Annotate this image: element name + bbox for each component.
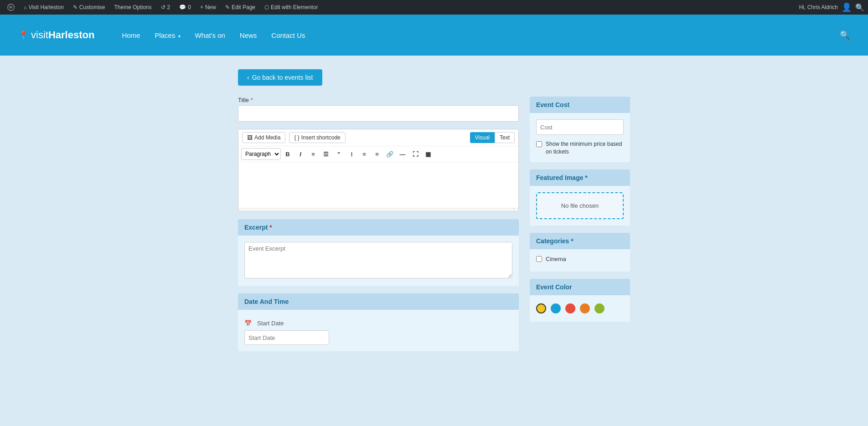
color-dot-green[interactable] <box>594 303 604 313</box>
customise-button[interactable]: ✎ Customise <box>69 0 109 15</box>
search-icon-header[interactable]: 🔍 <box>840 30 850 40</box>
category-cinema-label: Cinema <box>546 256 566 262</box>
more-button[interactable]: — <box>397 148 408 160</box>
ordered-list-button[interactable]: ☰ <box>320 148 332 160</box>
toolbar-toggle-button[interactable]: ▦ <box>422 148 434 160</box>
blockquote-button[interactable]: " <box>333 148 345 160</box>
featured-image-body: No file chosen <box>530 186 630 226</box>
site-header: 📍 visitHarleston Home Places ▾ What's on… <box>0 15 868 56</box>
color-dot-red[interactable] <box>565 303 575 313</box>
media-icon: 🖼 <box>247 134 253 141</box>
excerpt-section: Excerpt * <box>238 219 519 286</box>
editor-resize-handle[interactable]: ⋮ <box>238 208 518 211</box>
calendar-icon: 📅 <box>244 320 252 327</box>
align-left-button[interactable]: ⫶ <box>346 148 357 160</box>
start-date-input[interactable] <box>244 330 329 345</box>
date-time-section-header: Date And Time <box>238 293 519 310</box>
chevron-down-icon: ▾ <box>178 34 181 39</box>
editor-content[interactable] <box>238 162 518 208</box>
chevron-left-icon: ‹ <box>247 74 249 81</box>
visual-text-tabs: Visual Text <box>470 132 515 143</box>
align-center-button[interactable]: ≡ <box>358 148 370 160</box>
site-nav: Home Places ▾ What's on News Contact Us <box>122 31 305 39</box>
theme-options-button[interactable]: Theme Options <box>111 0 155 15</box>
date-time-section-body: 📅 Start Date <box>238 310 519 351</box>
categories-body: Cinema <box>530 249 630 272</box>
fullscreen-button[interactable]: ⛶ <box>409 148 421 160</box>
paragraph-format-select[interactable]: Paragraph <box>241 148 281 160</box>
categories-header: Categories * <box>530 233 630 249</box>
categories-section: Categories * Cinema <box>530 233 630 272</box>
color-dot-yellow[interactable] <box>536 303 546 313</box>
nav-news[interactable]: News <box>240 31 257 39</box>
edit-page-button[interactable]: ✎ Edit Page <box>222 0 259 15</box>
title-label: Title * <box>238 97 519 103</box>
excerpt-textarea[interactable] <box>244 242 512 278</box>
event-cost-body: Show the minimum price based on tickets <box>530 113 630 162</box>
comments-button[interactable]: 💬 0 <box>176 0 195 15</box>
site-logo[interactable]: 📍 visitHarleston <box>18 29 94 41</box>
admin-user-info: Hi, Chris Aldrich 👤 🔍 <box>799 2 864 12</box>
event-cost-section: Event Cost Show the minimum price based … <box>530 97 630 162</box>
text-tab[interactable]: Text <box>495 132 515 143</box>
main-content: ‹ Go back to events list Title * 🖼 <box>0 56 868 426</box>
add-media-button[interactable]: 🖼 Add Media <box>242 132 285 143</box>
form-sidebar-column: Event Cost Show the minimum price based … <box>530 97 630 359</box>
resize-icon: ⋮ <box>512 207 517 212</box>
excerpt-section-body <box>238 236 519 286</box>
color-dots-container <box>536 302 624 315</box>
back-to-events-button[interactable]: ‹ Go back to events list <box>238 69 322 86</box>
title-field: Title * <box>238 97 519 122</box>
link-button[interactable]: 🔗 <box>384 148 396 160</box>
revisions-button[interactable]: ↺ 2 <box>157 0 174 15</box>
min-price-checkbox[interactable] <box>536 141 542 147</box>
min-price-label: Show the minimum price based on tickets <box>546 140 624 156</box>
nav-home[interactable]: Home <box>122 31 140 39</box>
form-main-column: Title * 🖼 Add Media { } Insert shortcode <box>238 97 519 359</box>
min-price-checkbox-row: Show the minimum price based on tickets <box>536 140 624 156</box>
shortcode-icon: { } <box>294 134 299 141</box>
nav-whats-on[interactable]: What's on <box>195 31 225 39</box>
category-cinema-checkbox[interactable] <box>536 256 542 262</box>
color-dot-orange[interactable] <box>580 303 590 313</box>
event-color-header: Event Color <box>530 279 630 295</box>
event-cost-header: Event Cost <box>530 97 630 113</box>
cost-input[interactable] <box>536 119 624 135</box>
wp-logo-button[interactable]: W <box>4 0 18 15</box>
svg-text:W: W <box>9 6 13 10</box>
align-right-button[interactable]: ≡ <box>371 148 383 160</box>
date-time-section: Date And Time 📅 Start Date <box>238 293 519 351</box>
italic-button[interactable]: I <box>294 148 306 160</box>
featured-image-section: Featured Image * No file chosen <box>530 169 630 226</box>
start-date-row: 📅 Start Date <box>244 316 512 330</box>
editor-toolbar: Paragraph B I ≡ ☰ " ⫶ ≡ ≡ 🔗 — ⛶ ▦ <box>238 146 518 162</box>
featured-image-header: Featured Image * <box>530 169 630 186</box>
nav-places[interactable]: Places ▾ <box>155 31 180 39</box>
title-input[interactable] <box>238 105 519 122</box>
visual-tab[interactable]: Visual <box>470 132 495 143</box>
bold-button[interactable]: B <box>282 148 294 160</box>
admin-bar: W ⌂ Visit Harleston ✎ Customise Theme Op… <box>0 0 868 15</box>
visit-harleston-button[interactable]: ⌂ Visit Harleston <box>20 0 67 15</box>
unordered-list-button[interactable]: ≡ <box>307 148 319 160</box>
editor-wrapper: 🖼 Add Media { } Insert shortcode Visual … <box>238 129 519 212</box>
featured-image-upload[interactable]: No file chosen <box>536 192 624 219</box>
editor-top-toolbar: 🖼 Add Media { } Insert shortcode Visual … <box>238 129 518 146</box>
search-icon-adminbar[interactable]: 🔍 <box>855 3 864 12</box>
color-dot-blue[interactable] <box>551 303 561 313</box>
insert-shortcode-button[interactable]: { } Insert shortcode <box>289 132 345 143</box>
edit-elementor-button[interactable]: ⬡ Edit with Elementor <box>261 0 321 15</box>
category-cinema-row: Cinema <box>536 256 624 262</box>
nav-contact-us[interactable]: Contact Us <box>271 31 305 39</box>
event-color-section: Event Color <box>530 279 630 322</box>
event-color-body <box>530 295 630 322</box>
excerpt-section-header: Excerpt * <box>238 219 519 236</box>
new-button[interactable]: + New <box>196 0 220 15</box>
